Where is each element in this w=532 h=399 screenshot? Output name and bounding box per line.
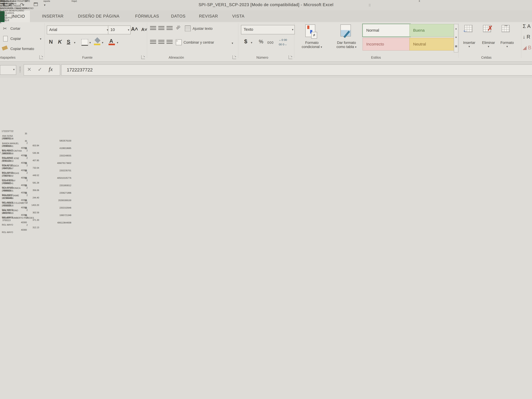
delete-button[interactable]: Eliminar▾ [480, 41, 497, 48]
cell-cedula[interactable]: 1313864488 [0, 197, 44, 200]
tab-splitter-icon[interactable]: ⁞⁞ [369, 3, 371, 7]
cell-referencia[interactable]: 35 [0, 192, 30, 194]
cell-referencia[interactable]: 35 [0, 155, 30, 157]
cell-tipo[interactable]: 2 [0, 224, 32, 226]
thousands-format-icon[interactable]: 000 [267, 41, 274, 44]
cell-cedula[interactable]: 1715875108 [0, 138, 44, 140]
cell-cedula[interactable]: 2300153000 [0, 152, 44, 155]
cell-detalle[interactable]: ROL-MAYO [0, 231, 115, 234]
cell-valor[interactable]: 312.13 [0, 226, 42, 229]
format-as-table-button[interactable]: Dar formato como tabla ▾ [333, 41, 361, 49]
cell-referencia[interactable]: 35 [0, 170, 30, 172]
cell-cedula[interactable]: 1722237722 [0, 130, 44, 133]
format-painter-button[interactable]: Copiar formato [10, 47, 34, 51]
tab-f-rmulas[interactable]: FÓRMULAS [130, 10, 164, 22]
style-incorrecto[interactable]: Incorrecto [362, 38, 411, 51]
styles-gallery-scroll[interactable]: ▲▼▦ [454, 24, 458, 52]
currency-format-icon[interactable]: $ [244, 38, 247, 45]
cut-button[interactable]: Cortar [10, 27, 20, 31]
fill-color-caret-icon[interactable]: ▾ [102, 41, 103, 44]
cell-cedula[interactable]: 1723322820 [0, 205, 44, 207]
sheet-tab-spi[interactable]: SPI [25, 0, 28, 2]
bold-button[interactable]: N [49, 39, 53, 45]
cell-cedula[interactable]: 1803278603 [0, 212, 44, 214]
italic-button[interactable]: K [58, 39, 62, 45]
copy-caret-icon[interactable]: ▾ [40, 37, 41, 41]
column-header-K[interactable]: K [0, 22, 7, 24]
align-bottom-icon[interactable] [166, 26, 173, 31]
grow-font-icon[interactable]: A˄ [131, 26, 138, 32]
cell-referencia[interactable]: 35 [0, 133, 30, 135]
cell-cedula[interactable]: 1723832661 [0, 145, 44, 147]
cell-nombre[interactable]: WALTER REINO [0, 209, 101, 212]
copy-button[interactable]: Copiar [10, 37, 21, 41]
font-size-combobox[interactable]: 10▾ [108, 25, 131, 34]
font-dialog-launcher-icon[interactable]: ↘ [141, 55, 145, 59]
font-color-caret-icon[interactable]: ▾ [117, 41, 118, 44]
borders-caret-icon[interactable]: ▾ [89, 41, 91, 44]
format-button[interactable]: Formato▾ [499, 41, 516, 48]
cell-nombre[interactable]: BANDA MANUEL [0, 142, 101, 145]
cell-cedula[interactable]: 1708582901 [0, 190, 44, 192]
alignment-dialog-launcher-icon[interactable]: ↘ [233, 55, 236, 59]
cell-referencia[interactable]: 35 [0, 177, 30, 180]
fx-icon[interactable]: fx [49, 66, 53, 72]
shrink-font-icon[interactable]: A˅ [141, 27, 147, 32]
font-family-combobox[interactable]: Arial▾ [47, 25, 110, 34]
cell-referencia[interactable]: 35 [0, 207, 30, 209]
cell-concepto[interactable]: 40300 [0, 229, 28, 231]
enter-icon[interactable]: ✓ [38, 66, 42, 72]
cell-cedula[interactable]: 2300153653 [0, 160, 44, 162]
sheet-nav-right-icon[interactable]: ▸ [9, 3, 11, 7]
cell-nombre[interactable]: ANA SOSA [0, 135, 101, 137]
conditional-format-button[interactable]: Formato condicional ▾ [299, 41, 324, 49]
cell-nombre[interactable]: EDGAR VARGAS [0, 172, 101, 175]
cell-cedula[interactable]: 1704713567 [0, 167, 44, 170]
number-dialog-launcher-icon[interactable]: ↘ [289, 55, 292, 59]
cell-nombre[interactable]: PAREDES JAIME [0, 194, 101, 197]
currency-caret-icon[interactable]: ▾ [251, 41, 252, 44]
style-buena[interactable]: Buena [409, 24, 457, 37]
wrap-text-button[interactable]: Ajustar texto [193, 27, 213, 31]
tab-datos[interactable]: DATOS [166, 10, 190, 22]
percent-format-icon[interactable]: % [259, 39, 263, 44]
cell-nombre[interactable]: VELASQUEZ ELIZABETH [0, 202, 101, 204]
merge-caret-icon[interactable]: ▾ [232, 42, 233, 45]
tab-revisar[interactable]: REVISAR [194, 10, 223, 22]
name-box[interactable]: ▾ [0, 65, 16, 75]
cell-nombre[interactable]: CAMACHO JOSE [0, 157, 101, 160]
underline-caret-icon[interactable]: ▾ [74, 41, 76, 44]
underline-button[interactable]: S [67, 39, 70, 45]
cancel-icon[interactable]: ✕ [27, 66, 32, 72]
cell-referencia[interactable]: 35 [0, 200, 30, 202]
align-right-icon[interactable] [166, 40, 173, 44]
increase-decimal-icon[interactable]: ←0 00 [279, 38, 287, 42]
cell-referencia[interactable]: 35 [0, 162, 30, 165]
cell-nombre[interactable]: BASTIDAS CINTHIA [0, 150, 101, 152]
cell-nombre[interactable]: LEON JENNY [0, 180, 101, 182]
fill-down-icon[interactable]: ↓ R [523, 34, 530, 40]
align-left-icon[interactable] [150, 40, 156, 44]
cell-nombre[interactable]: CORAL JESSICA [0, 165, 101, 167]
number-format-combobox[interactable]: Texto▾ [241, 25, 295, 34]
style-normal[interactable]: Normal [362, 24, 411, 37]
cell-cedula[interactable]: 1719178202 [0, 175, 44, 177]
cell-nombre[interactable]: WILMER HUMBERTO PAREDES [0, 217, 101, 219]
align-center-icon[interactable] [158, 40, 165, 44]
insert-button[interactable]: Insertar▾ [461, 41, 477, 48]
fill-color-icon[interactable] [95, 37, 101, 43]
sheet-tab-hoja1[interactable]: Hoja1 [72, 0, 77, 2]
clear-icon[interactable]: ◢ B [523, 45, 531, 51]
tab-vista[interactable]: VISTA [227, 10, 249, 22]
autosum-icon[interactable]: Σ A [523, 23, 531, 29]
clipboard-dialog-launcher-icon[interactable]: ↘ [39, 55, 43, 59]
font-color-icon[interactable]: A [109, 38, 113, 44]
cell-referencia[interactable]: 35 [0, 140, 30, 142]
cell-cuenta[interactable]: 406113644008 [0, 222, 75, 224]
excel-app-icon[interactable]: X [419, 0, 420, 2]
cell-cedula[interactable]: 1715092241 [0, 182, 44, 185]
cell-referencia[interactable]: 35 [0, 147, 30, 150]
align-top-icon[interactable] [150, 26, 156, 31]
cell-nombre[interactable]: OLAYA VERONICA [0, 187, 101, 189]
style-neutral[interactable]: Neutral [409, 38, 457, 51]
